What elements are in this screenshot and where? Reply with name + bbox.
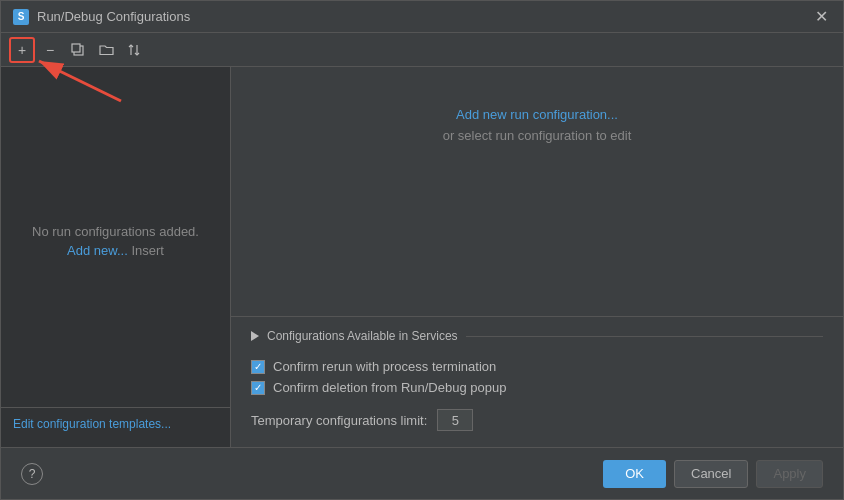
- footer-right: OK Cancel Apply: [603, 460, 823, 488]
- toolbar: + −: [1, 33, 843, 67]
- temp-config-label: Temporary configurations limit:: [251, 413, 427, 428]
- checkbox-row-1: ✓ Confirm rerun with process termination: [251, 359, 823, 374]
- sidebar-add-link[interactable]: Add new...: [67, 243, 128, 258]
- right-panel: Add new run configuration... or select r…: [231, 67, 843, 447]
- sort-button[interactable]: [121, 37, 147, 63]
- title-bar-left: S Run/Debug Configurations: [13, 9, 190, 25]
- remove-configuration-button[interactable]: −: [37, 37, 63, 63]
- sidebar-bottom: Edit configuration templates...: [1, 407, 230, 439]
- folder-icon: [99, 43, 114, 56]
- main-content: No run configurations added. Add new... …: [1, 67, 843, 447]
- checkbox-check-1: ✓: [254, 362, 262, 372]
- run-debug-configurations-dialog: S Run/Debug Configurations ✕ + −: [0, 0, 844, 500]
- cancel-button[interactable]: Cancel: [674, 460, 748, 488]
- confirm-deletion-checkbox[interactable]: ✓: [251, 381, 265, 395]
- sidebar-empty-state: No run configurations added. Add new... …: [1, 75, 230, 407]
- close-button[interactable]: ✕: [811, 7, 831, 27]
- services-section-header: Configurations Available in Services: [251, 329, 823, 343]
- services-section-title: Configurations Available in Services: [267, 329, 458, 343]
- copy-configuration-button[interactable]: [65, 37, 91, 63]
- folder-button[interactable]: [93, 37, 119, 63]
- window-title: Run/Debug Configurations: [37, 9, 190, 24]
- title-bar: S Run/Debug Configurations ✕: [1, 1, 843, 33]
- dialog-footer: ? OK Cancel Apply: [1, 447, 843, 499]
- sidebar-insert-text: Insert: [128, 243, 164, 258]
- confirm-rerun-label: Confirm rerun with process termination: [273, 359, 496, 374]
- copy-icon: [71, 43, 85, 57]
- svg-rect-1: [72, 44, 80, 52]
- add-configuration-button[interactable]: +: [9, 37, 35, 63]
- checkbox-row-2: ✓ Confirm deletion from Run/Debug popup: [251, 380, 823, 395]
- sidebar: No run configurations added. Add new... …: [1, 67, 231, 447]
- confirm-rerun-checkbox[interactable]: ✓: [251, 360, 265, 374]
- apply-button: Apply: [756, 460, 823, 488]
- checkbox-check-2: ✓: [254, 383, 262, 393]
- sort-icon: [128, 43, 141, 57]
- ok-button[interactable]: OK: [603, 460, 666, 488]
- sidebar-add-row: Add new... Insert: [67, 243, 164, 258]
- confirm-deletion-label: Confirm deletion from Run/Debug popup: [273, 380, 506, 395]
- right-panel-top: Add new run configuration... or select r…: [231, 67, 843, 316]
- right-panel-bottom: Configurations Available in Services ✓ C…: [231, 316, 843, 447]
- checkboxes-group: ✓ Confirm rerun with process termination…: [251, 359, 823, 395]
- add-new-run-config-link[interactable]: Add new run configuration...: [456, 107, 618, 122]
- temp-config-input[interactable]: [437, 409, 473, 431]
- or-select-text: or select run configuration to edit: [443, 128, 632, 143]
- no-configs-text: No run configurations added.: [32, 224, 199, 239]
- help-button[interactable]: ?: [21, 463, 43, 485]
- temp-config-row: Temporary configurations limit:: [251, 409, 823, 431]
- services-section-line: [466, 336, 823, 337]
- services-section-toggle[interactable]: [251, 331, 259, 341]
- app-icon: S: [13, 9, 29, 25]
- edit-templates-link[interactable]: Edit configuration templates...: [13, 417, 171, 431]
- footer-left: ?: [21, 463, 43, 485]
